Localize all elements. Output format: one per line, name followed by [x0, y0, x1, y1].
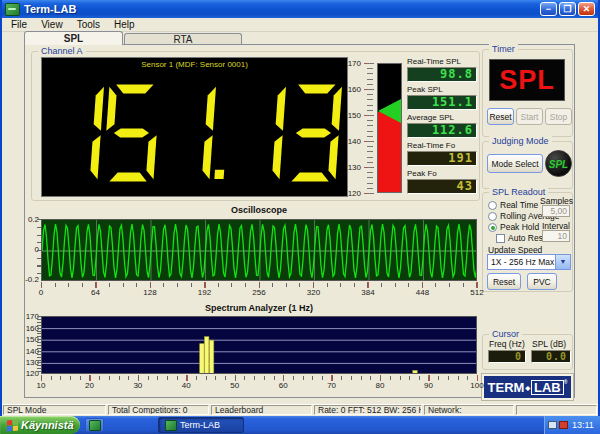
spectrum-xlabel: 90 — [424, 381, 433, 390]
status-spl-mode: SPL Mode — [3, 405, 106, 415]
menu-bar: File View Tools Help — [2, 18, 598, 32]
system-tray: 13:11 — [544, 416, 600, 434]
realtime-fo-value: 191 — [407, 151, 477, 166]
menu-view[interactable]: View — [34, 19, 70, 30]
logo-diamond-icon: ◆ — [525, 384, 530, 391]
meter-tick-140: 140 — [341, 137, 361, 146]
spectrum-xlabel: 40 — [182, 381, 191, 390]
windows-logo-icon — [7, 419, 18, 431]
radio-rolling-average[interactable] — [488, 212, 497, 221]
timer-display: SPL — [489, 59, 565, 101]
radio-peak-hold[interactable] — [488, 223, 497, 232]
meter-tick-160: 160 — [341, 85, 361, 94]
spectrum-xlabel: 30 — [133, 381, 142, 390]
start-button-label: Käynnistä — [21, 419, 74, 431]
realtime-spl-label: Real-Time SPL — [407, 57, 479, 66]
title-bar[interactable]: Term-LAB − ❐ ✕ — [2, 0, 598, 18]
timer-stop-button[interactable]: Stop — [545, 108, 572, 125]
scope-xlabel: 320 — [307, 288, 320, 297]
scope-x-labels: 0 64 128 192 256 320 384 448 512 — [41, 288, 477, 297]
samples-input[interactable]: 5,00 — [542, 205, 570, 217]
peak-spl-value: 151.1 — [407, 95, 477, 110]
taskbar-button-term-lab[interactable]: Term-LAB — [158, 417, 244, 433]
desktop: Term-LAB − ❐ ✕ File View Tools Help SPL … — [0, 0, 600, 434]
quick-launch-term-lab[interactable] — [85, 418, 104, 432]
scope-xlabel: 192 — [198, 288, 211, 297]
meter-tick-150: 150 — [341, 111, 361, 120]
spl-readout-group: SPL Readout Real Time Rolling Average Pe… — [482, 192, 573, 292]
tray-clock: 13:11 — [572, 420, 594, 430]
spectrum-xlabel: 60 — [279, 381, 288, 390]
status-total-competitors: Total Competitors: 0 — [108, 405, 209, 415]
radio-real-time-label: Real Time — [500, 200, 538, 210]
tray-volume-icon[interactable] — [559, 421, 568, 429]
status-rate-fft: Rate: 0 FFT: 512 BW: 256 Hz — [314, 405, 422, 415]
tray-display-icon[interactable] — [548, 421, 557, 429]
average-spl-value: 112.6 — [407, 123, 477, 138]
peak-fo-label: Peak Fo — [407, 169, 479, 178]
judging-mode-group: Judging Mode Mode Select SPL — [482, 141, 573, 189]
term-lab-window: Term-LAB − ❐ ✕ File View Tools Help SPL … — [0, 0, 600, 416]
realtime-fo-label: Real-Time Fo — [407, 141, 479, 150]
status-leaderboard: Leaderboard — [211, 405, 312, 415]
menu-help[interactable]: Help — [107, 19, 142, 30]
term-lab-icon — [165, 420, 177, 431]
peak-spl-label: Peak SPL — [407, 85, 479, 94]
tab-spl[interactable]: SPL — [24, 31, 123, 45]
spectrum-xlabel: 10 — [37, 381, 46, 390]
mode-select-button[interactable]: Mode Select — [487, 154, 543, 173]
spectrum-x-labels: 10 20 30 40 50 60 70 80 90 100 — [41, 381, 477, 390]
timer-start-button[interactable]: Start — [516, 108, 543, 125]
auto-reset-checkbox[interactable] — [496, 234, 505, 243]
logo-lab-text: LAB — [531, 380, 564, 395]
interval-input[interactable]: 10 — [542, 230, 570, 242]
cursor-group: Cursor Freq (Hz) SPL (dB) 0 0.0 — [482, 334, 573, 370]
meter-tick-120: 120 — [341, 189, 361, 198]
menu-tools[interactable]: Tools — [70, 19, 107, 30]
update-speed-dropdown[interactable]: 1X - 256 Hz Max ▼ — [487, 254, 571, 270]
realtime-spl-value: 98.8 — [407, 67, 477, 82]
minimize-button[interactable]: − — [540, 2, 557, 16]
scope-xlabel: 64 — [91, 288, 100, 297]
cursor-spl-label: SPL (dB) — [532, 339, 566, 349]
taskbar-button-label: Term-LAB — [180, 420, 220, 430]
term-lab-logo: TERM ◆ LAB ® — [482, 374, 573, 400]
status-network: Network: — [424, 405, 514, 415]
pvc-button[interactable]: PVC — [527, 273, 557, 290]
radio-peak-hold-label: Peak Hold — [500, 222, 539, 232]
spectrum-xlabel: 80 — [376, 381, 385, 390]
timer-reset-button[interactable]: Reset — [487, 108, 514, 125]
scope-xlabel: 128 — [143, 288, 156, 297]
average-spl-label: Average SPL — [407, 113, 479, 122]
cursor-label: Cursor — [489, 329, 522, 339]
radio-real-time[interactable] — [488, 201, 497, 210]
oscilloscope-title: Oscilloscope — [41, 205, 477, 215]
spectrum-xlabel: 100 — [470, 381, 483, 390]
spectrum-title: Spectrum Analyzer (1 Hz) — [41, 303, 477, 313]
update-speed-value: 1X - 256 Hz Max — [491, 257, 554, 267]
spl-meter-bar — [377, 63, 402, 193]
spectrum-xlabel: 20 — [85, 381, 94, 390]
main-spl-display — [38, 69, 352, 196]
maximize-button[interactable]: ❐ — [559, 2, 576, 16]
spectrum-plot[interactable] — [41, 316, 477, 374]
main-spl-readout: Sensor 1 (MDF: Sensor 0001) — [41, 57, 348, 197]
start-button[interactable]: Käynnistä — [0, 416, 80, 434]
spectrum-xlabel: 50 — [230, 381, 239, 390]
logo-reg-mark: ® — [564, 379, 568, 385]
spl-reset-button[interactable]: Reset — [487, 273, 521, 290]
menu-file[interactable]: File — [4, 19, 34, 30]
meter-minor-ticks — [367, 63, 373, 194]
close-button[interactable]: ✕ — [578, 2, 595, 16]
chevron-down-icon[interactable]: ▼ — [555, 255, 570, 269]
scope-xlabel: 256 — [252, 288, 265, 297]
sensor-header: Sensor 1 (MDF: Sensor 0001) — [42, 60, 347, 69]
term-lab-icon — [89, 420, 101, 431]
spectrum-x-minor-ticks — [41, 376, 477, 380]
app-icon — [5, 3, 20, 16]
peak-fo-value: 43 — [407, 179, 477, 194]
window-title: Term-LAB — [24, 3, 538, 15]
timer-group: Timer SPL Reset Start Stop — [482, 49, 573, 137]
scope-xlabel: 448 — [416, 288, 429, 297]
scope-xlabel: 384 — [361, 288, 374, 297]
